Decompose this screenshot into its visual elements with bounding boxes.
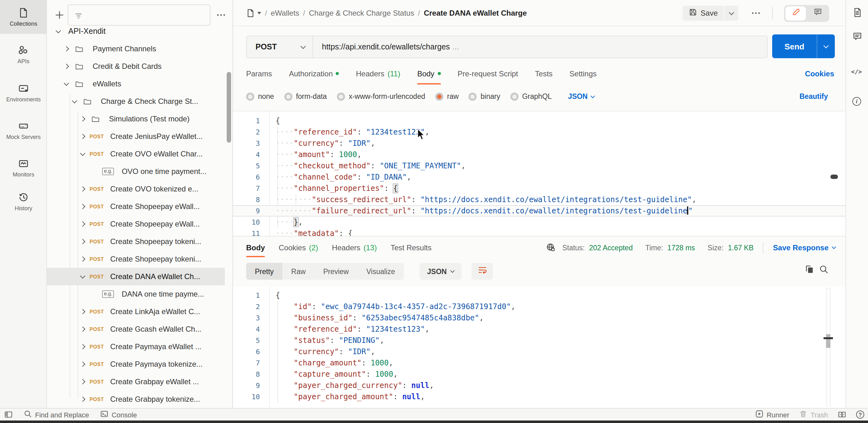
tree-row[interactable]: e.g.OVO one time payment... [47, 163, 225, 180]
send-dropdown-button[interactable] [817, 45, 835, 47]
save-dropdown-button[interactable] [724, 6, 738, 21]
save-response-button[interactable]: Save Response [773, 243, 835, 252]
network-globe-icon[interactable] [546, 243, 556, 252]
help-icon[interactable]: ? [856, 411, 864, 419]
tree-row[interactable]: eWallets [47, 75, 225, 93]
response-scrollbar-thumb[interactable] [826, 334, 830, 348]
add-icon[interactable] [55, 10, 64, 20]
tab-authorization[interactable]: Authorization [289, 63, 339, 85]
chevron-right-icon[interactable] [78, 397, 88, 401]
tree-row[interactable]: POSTCreate Paymaya eWallet ... [47, 338, 225, 355]
chevron-right-icon[interactable] [78, 362, 88, 366]
url-input[interactable]: https://api.xendit.co/ewallets/charges..… [313, 42, 459, 51]
chevron-down-icon[interactable] [257, 12, 261, 14]
tab-settings[interactable]: Settings [569, 63, 597, 85]
tab-body[interactable]: Body [417, 63, 441, 85]
tree-row[interactable]: POSTCreate Shopeepay tokeni... [47, 250, 225, 268]
runner-button[interactable]: Runner [755, 410, 789, 419]
chevron-down-icon[interactable] [78, 153, 88, 155]
response-tab-headers[interactable]: Headers(13) [332, 236, 377, 258]
body-type-form-data[interactable]: form-data [284, 92, 327, 100]
response-tab-test-results[interactable]: Test Results [391, 236, 432, 258]
tree-row[interactable]: POSTCreate Shopeepay tokeni... [47, 233, 225, 250]
tree-row[interactable]: POSTCreate OVO tokenized e... [47, 180, 225, 198]
search-icon[interactable] [819, 265, 829, 274]
chevron-right-icon[interactable] [78, 345, 88, 349]
chevron-down-icon[interactable] [53, 30, 63, 32]
chevron-right-icon[interactable] [61, 64, 71, 68]
chevron-right-icon[interactable] [78, 310, 88, 314]
save-button[interactable]: Save [682, 6, 724, 21]
tab-pre-request-script[interactable]: Pre-request Script [458, 63, 518, 85]
tree-row[interactable]: API-Xendit [47, 23, 225, 40]
tree-row[interactable]: POSTCreate Shopeepay eWall... [47, 198, 225, 215]
tab-headers[interactable]: Headers(11) [356, 63, 401, 85]
tree-row[interactable]: POSTCreate DANA eWallet Ch... [47, 268, 225, 285]
chevron-right-icon[interactable] [78, 134, 88, 138]
documentation-icon[interactable] [852, 7, 862, 18]
chevron-right-icon[interactable] [78, 205, 88, 208]
chevron-down-icon[interactable] [69, 100, 80, 102]
cookies-link[interactable]: Cookies [805, 63, 834, 85]
tree-row[interactable]: Credit & Debit Cards [47, 58, 225, 75]
info-icon[interactable]: i [852, 97, 862, 107]
chevron-right-icon[interactable] [61, 47, 71, 51]
find-and-replace-button[interactable]: Find and Replace [24, 410, 89, 419]
body-type-x-www-form-urlencoded[interactable]: x-www-form-urlencoded [337, 92, 425, 100]
comment-mode-button[interactable] [807, 6, 828, 20]
chevron-right-icon[interactable] [78, 327, 88, 331]
sidebar-toggle-icon[interactable] [4, 411, 12, 419]
more-options-icon[interactable] [751, 8, 761, 18]
view-mode-preview[interactable]: Preview [314, 263, 358, 280]
tree-row[interactable]: POSTCreate Shopeepay eWall... [47, 215, 225, 233]
rail-item-history[interactable]: History [0, 185, 47, 218]
response-language-select[interactable]: JSON [420, 263, 462, 280]
chevron-right-icon[interactable] [78, 257, 88, 261]
rail-item-collections[interactable]: Collections [0, 0, 47, 34]
copy-icon[interactable] [805, 265, 814, 274]
chevron-right-icon[interactable] [78, 380, 88, 384]
two-pane-view-icon[interactable] [838, 411, 846, 419]
tree-row[interactable]: Simulations (Test mode) [47, 110, 225, 128]
view-mode-pretty[interactable]: Pretty [246, 263, 282, 280]
breadcrumb-segment[interactable]: Charge & Check Charge Status [309, 9, 414, 18]
console-button[interactable]: Console [100, 410, 137, 419]
tree-row[interactable]: POSTCreate Gcash eWallet Ch... [47, 320, 225, 338]
tree-row[interactable]: POSTCreate LinkAja eWallet C... [47, 303, 225, 320]
body-type-none[interactable]: none [246, 92, 274, 100]
tree-row[interactable]: e.g.DANA one time payme... [47, 285, 225, 303]
edit-mode-button[interactable] [785, 6, 806, 20]
response-scrollbar-handle[interactable] [824, 337, 833, 339]
tree-row[interactable]: POSTCreate JeniusPay eWallet... [47, 128, 225, 145]
rail-item-monitors[interactable]: Monitors [0, 151, 47, 185]
tab-tests[interactable]: Tests [535, 63, 553, 85]
raw-language-select[interactable]: JSON [568, 93, 595, 100]
breadcrumb-segment[interactable]: eWallets [271, 9, 299, 18]
tree-row[interactable]: POSTCreate Grabpay eWallet ... [47, 373, 225, 390]
tree-row[interactable]: Charge & Check Charge St... [47, 93, 225, 110]
beautify-link[interactable]: Beautify [799, 87, 828, 106]
chevron-right-icon[interactable] [78, 187, 88, 191]
tree-scrollbar[interactable] [227, 72, 231, 143]
chevron-right-icon[interactable] [78, 240, 88, 243]
body-type-raw[interactable]: raw [435, 92, 459, 100]
rail-item-mock-servers[interactable]: Mock Servers [0, 113, 47, 147]
comments-icon[interactable] [852, 31, 862, 41]
chevron-right-icon[interactable] [78, 222, 88, 226]
body-type-binary[interactable]: binary [469, 92, 500, 100]
method-select[interactable]: POST [247, 42, 312, 51]
chevron-right-icon[interactable] [78, 117, 88, 121]
tree-row[interactable]: POSTCreate Paymaya tokenize... [47, 355, 225, 373]
code-snippet-icon[interactable]: </> [851, 68, 862, 78]
request-editor-scrollbar[interactable] [830, 174, 838, 179]
send-button[interactable]: Send [772, 34, 835, 58]
tree-row[interactable]: POSTCreate OVO eWallet Char... [47, 145, 225, 163]
collection-icon[interactable] [246, 9, 255, 18]
chevron-down-icon[interactable] [61, 83, 71, 85]
response-tab-cookies[interactable]: Cookies(2) [279, 236, 318, 258]
body-type-GraphQL[interactable]: GraphQL [510, 92, 552, 100]
tab-params[interactable]: Params [246, 63, 272, 85]
response-body-editor[interactable]: 1{2 "id": "ewc_0a79744b-13c4-4357-ad2c-7… [233, 287, 845, 408]
rail-item-environments[interactable]: Environments [0, 76, 47, 109]
tree-row[interactable]: POSTCreate Grabpay tokenize... [47, 390, 225, 408]
